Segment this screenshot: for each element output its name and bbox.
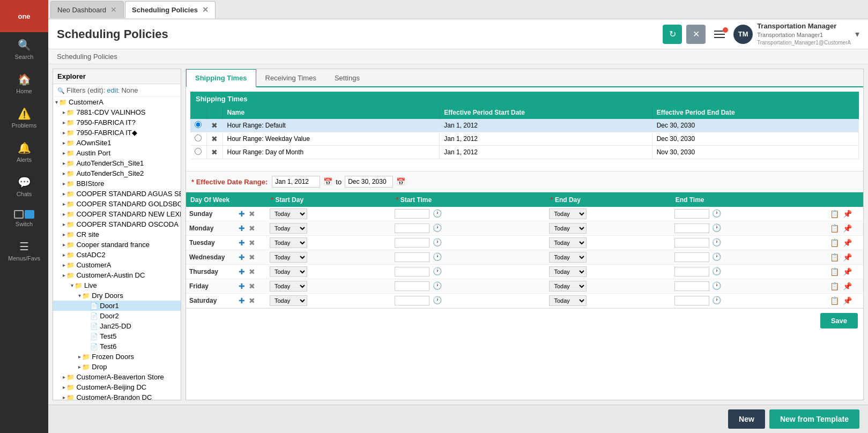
row-radio[interactable]: [195, 135, 202, 141]
copy-icon[interactable]: 📋: [830, 296, 839, 305]
remove-row-icon[interactable]: ✖: [249, 267, 255, 276]
paste-icon[interactable]: 📌: [843, 282, 852, 290]
tree-node[interactable]: ▸ 📁CustomerA-Beijing DC: [53, 382, 181, 392]
paste-icon[interactable]: 📌: [843, 296, 852, 305]
tree-node[interactable]: ▸ 📁AutoTenderSch_Site2: [53, 168, 181, 178]
add-row-icon[interactable]: ✚: [239, 253, 245, 262]
copy-icon[interactable]: 📋: [830, 253, 839, 262]
end-day-select[interactable]: TodaySundayMondayTuesdayWednesdayThursda…: [549, 208, 587, 219]
tree-node[interactable]: ▾ 📁CustomerA: [53, 97, 181, 107]
tree-node[interactable]: ▸ 📁Frozen Doors: [53, 352, 181, 362]
clock-end-icon[interactable]: 🕐: [712, 223, 721, 232]
clock-start-icon[interactable]: 🕐: [433, 209, 442, 218]
tree-node[interactable]: ▸ 📁CustomerA-Austin DC: [53, 270, 181, 280]
tree-node[interactable]: ▸ 📁7950-FABRICA IT?: [53, 117, 181, 128]
tab-neo-dashboard[interactable]: Neo Dashboard ✕: [50, 1, 124, 18]
add-row-icon[interactable]: ✚: [239, 282, 245, 290]
start-day-select[interactable]: TodaySundayMondayTuesdayWednesdayThursda…: [270, 295, 307, 306]
start-time-input[interactable]: [395, 238, 429, 248]
tab-close-neo[interactable]: ✕: [110, 5, 117, 14]
row-delete-icon[interactable]: ✖: [211, 135, 218, 143]
end-time-input[interactable]: [674, 281, 709, 291]
add-row-icon[interactable]: ✚: [239, 296, 245, 305]
end-time-input[interactable]: [674, 267, 709, 277]
end-time-input[interactable]: [674, 296, 709, 305]
copy-icon[interactable]: 📋: [830, 282, 839, 290]
start-time-input[interactable]: [395, 296, 429, 305]
tree-node[interactable]: 📄Door1: [53, 301, 181, 311]
refresh-button[interactable]: ↻: [663, 25, 682, 44]
table-row[interactable]: ✖ Hour Range: Weekday Value Jan 1, 2012 …: [190, 132, 859, 146]
tree-node[interactable]: ▸ 📁BBIStore: [53, 178, 181, 189]
clock-start-icon[interactable]: 🕐: [433, 223, 442, 232]
row-radio[interactable]: [195, 121, 202, 128]
end-day-select[interactable]: TodaySundayMondayTuesdayWednesdayThursda…: [549, 252, 587, 263]
tree-node[interactable]: ▾ 📁Live: [53, 280, 181, 290]
tree-node[interactable]: 📄Test5: [53, 331, 181, 341]
tab-scheduling-policies[interactable]: Scheduling Policies ✕: [125, 1, 216, 18]
start-day-select[interactable]: TodaySundayMondayTuesdayWednesdayThursda…: [270, 223, 307, 234]
tree-node[interactable]: 📄Test6: [53, 341, 181, 352]
paste-icon[interactable]: 📌: [843, 238, 852, 247]
close-page-button[interactable]: ✕: [686, 25, 706, 44]
start-day-select[interactable]: TodaySundayMondayTuesdayWednesdayThursda…: [270, 266, 307, 277]
remove-row-icon[interactable]: ✖: [249, 238, 255, 247]
copy-icon[interactable]: 📋: [830, 238, 839, 247]
paste-icon[interactable]: 📌: [843, 253, 852, 262]
clock-end-icon[interactable]: 🕐: [712, 296, 721, 304]
sidebar-item-search[interactable]: 🔍 Search: [0, 32, 48, 66]
paste-icon[interactable]: 📌: [843, 267, 852, 276]
clock-end-icon[interactable]: 🕐: [712, 252, 721, 261]
add-row-icon[interactable]: ✚: [239, 267, 245, 276]
tree-node[interactable]: ▸ 📁CstADC2: [53, 250, 181, 260]
add-row-icon[interactable]: ✚: [239, 238, 245, 247]
sidebar-item-home[interactable]: 🏠 Home: [0, 66, 48, 101]
row-radio[interactable]: [195, 148, 202, 155]
tab-close-scheduling[interactable]: ✕: [202, 5, 209, 14]
tree-node[interactable]: ▸ 📁COOPER STANDARD GOLDSBORO: [53, 199, 181, 209]
end-time-input[interactable]: [674, 223, 709, 233]
tree-node[interactable]: ▸ 📁COOPER STANDARD NEW LEXINGTON: [53, 209, 181, 219]
sidebar-item-problems[interactable]: ⚠️ Problems: [0, 101, 48, 135]
tree-node[interactable]: ▸ 📁COOPER STANDARD OSCODA: [53, 219, 181, 229]
tab-shipping-times[interactable]: Shipping Times: [186, 69, 256, 87]
tab-settings[interactable]: Settings: [325, 69, 369, 86]
table-row[interactable]: ✖ Hour Range: Day of Month Jan 1, 2012 N…: [190, 146, 859, 159]
tree-node[interactable]: ▾ 📁Dry Doors: [53, 290, 181, 301]
add-row-icon[interactable]: ✚: [239, 210, 245, 218]
remove-row-icon[interactable]: ✖: [249, 296, 255, 305]
remove-row-icon[interactable]: ✖: [249, 282, 255, 290]
end-day-select[interactable]: TodaySundayMondayTuesdayWednesdayThursda…: [549, 281, 587, 292]
user-dropdown-arrow[interactable]: ▾: [855, 29, 859, 39]
start-time-input[interactable]: [395, 223, 429, 233]
sidebar-item-switch[interactable]: Switch: [0, 204, 48, 234]
paste-icon[interactable]: 📌: [843, 210, 852, 218]
end-day-select[interactable]: TodaySundayMondayTuesdayWednesdayThursda…: [549, 295, 587, 306]
app-logo[interactable]: one: [0, 0, 48, 32]
filter-edit-link[interactable]: edit: [107, 86, 118, 94]
tree-node[interactable]: ▸ 📁CR site: [53, 229, 181, 240]
tree-node[interactable]: ▸ 📁Drop: [53, 362, 181, 372]
row-delete-icon[interactable]: ✖: [211, 148, 218, 156]
end-time-input[interactable]: [674, 238, 709, 248]
tree-node[interactable]: 📄Door2: [53, 311, 181, 321]
clock-start-icon[interactable]: 🕐: [433, 238, 442, 247]
start-time-input[interactable]: [395, 209, 429, 219]
add-row-icon[interactable]: ✚: [239, 224, 245, 233]
tree-node[interactable]: ▸ 📁CustomerA-Beaverton Store: [53, 372, 181, 382]
table-row[interactable]: ✖ Hour Range: Default Jan 1, 2012 Dec 30…: [190, 119, 859, 132]
date-start-input[interactable]: [272, 176, 320, 188]
start-day-select[interactable]: TodaySundayMondayTuesdayWednesdayThursda…: [270, 281, 307, 292]
menu-button[interactable]: [710, 26, 729, 42]
clock-end-icon[interactable]: 🕐: [712, 267, 721, 275]
end-day-select[interactable]: TodaySundayMondayTuesdayWednesdayThursda…: [549, 223, 587, 234]
end-time-input[interactable]: [674, 252, 709, 262]
row-delete-icon[interactable]: ✖: [211, 121, 218, 130]
clock-start-icon[interactable]: 🕐: [433, 281, 442, 290]
remove-row-icon[interactable]: ✖: [249, 224, 255, 233]
start-day-select[interactable]: TodaySundayMondayTuesdayWednesdayThursda…: [270, 208, 307, 219]
end-day-select[interactable]: TodaySundayMondayTuesdayWednesdayThursda…: [549, 266, 587, 277]
remove-row-icon[interactable]: ✖: [249, 253, 255, 262]
copy-icon[interactable]: 📋: [830, 224, 839, 233]
start-day-select[interactable]: TodaySundayMondayTuesdayWednesdayThursda…: [270, 252, 307, 263]
